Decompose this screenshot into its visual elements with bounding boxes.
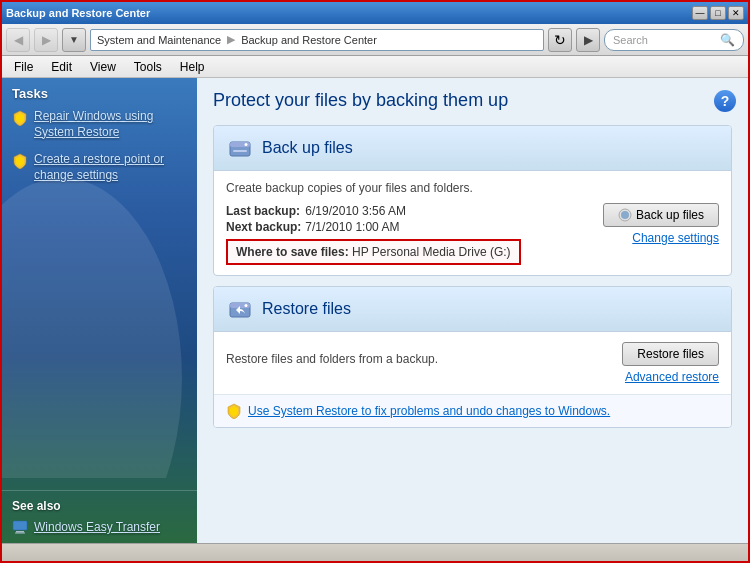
back-button[interactable]: ◀ bbox=[6, 28, 30, 52]
backup-section-body: Create backup copies of your files and f… bbox=[214, 171, 731, 275]
backup-description: Create backup copies of your files and f… bbox=[226, 181, 719, 195]
go-button[interactable]: ▶ bbox=[576, 28, 600, 52]
svg-point-11 bbox=[245, 304, 248, 307]
restore-button[interactable]: Restore files bbox=[622, 342, 719, 366]
menu-bar: File Edit View Tools Help bbox=[2, 56, 748, 78]
restore-description: Restore files and folders from a backup. bbox=[226, 352, 438, 366]
search-icon: 🔍 bbox=[720, 33, 735, 47]
backup-actions-row: Last backup: 6/19/2010 3:56 AM Next back… bbox=[226, 203, 719, 265]
where-value: HP Personal Media Drive (G:) bbox=[352, 245, 511, 259]
see-also-link-text: Windows Easy Transfer bbox=[34, 520, 160, 534]
shield-icon-1 bbox=[12, 110, 28, 126]
info-button[interactable]: ? bbox=[714, 90, 736, 112]
where-to-save-box: Where to save files: HP Personal Media D… bbox=[226, 239, 521, 265]
main-layout: Tasks Repair Windows using System Restor… bbox=[2, 78, 748, 543]
sidebar-tasks-title: Tasks bbox=[12, 86, 187, 101]
backup-section-title: Back up files bbox=[262, 139, 353, 157]
backup-btn-icon bbox=[618, 208, 632, 222]
breadcrumb-separator: ▶ bbox=[227, 33, 235, 46]
last-backup-value: 6/19/2010 3:56 AM bbox=[305, 203, 410, 219]
sidebar: Tasks Repair Windows using System Restor… bbox=[2, 78, 197, 543]
svg-rect-1 bbox=[16, 531, 24, 533]
page-title: Protect your files by backing them up bbox=[213, 90, 732, 111]
restore-section-header: Restore files bbox=[214, 287, 731, 332]
backup-info: Last backup: 6/19/2010 3:56 AM Next back… bbox=[226, 203, 521, 265]
forward-button[interactable]: ▶ bbox=[34, 28, 58, 52]
sidebar-item-repair-windows[interactable]: Repair Windows using System Restore bbox=[12, 107, 187, 142]
shield-icon-2 bbox=[12, 153, 28, 169]
content-area: Protect your files by backing them up ? … bbox=[197, 78, 748, 543]
backup-action-buttons: Back up files Change settings bbox=[603, 203, 719, 245]
breadcrumb-1: System and Maintenance bbox=[97, 34, 221, 46]
svg-rect-2 bbox=[15, 533, 25, 534]
address-field[interactable]: System and Maintenance ▶ Backup and Rest… bbox=[90, 29, 544, 51]
svg-point-5 bbox=[245, 143, 248, 146]
backup-section-header: Back up files bbox=[214, 126, 731, 171]
close-button[interactable]: ✕ bbox=[728, 6, 744, 20]
system-restore-link[interactable]: Use System Restore to fix problems and u… bbox=[214, 394, 731, 427]
restore-desc-row: Restore files and folders from a backup.… bbox=[226, 342, 719, 384]
restore-section-title: Restore files bbox=[262, 300, 351, 318]
shield-icon-system-restore bbox=[226, 403, 242, 419]
backup-section: Back up files Create backup copies of yo… bbox=[213, 125, 732, 276]
svg-point-8 bbox=[621, 211, 629, 219]
computer-icon bbox=[12, 519, 28, 535]
maximize-button[interactable]: □ bbox=[710, 6, 726, 20]
svg-rect-6 bbox=[233, 150, 247, 152]
restore-icon bbox=[226, 295, 254, 323]
sidebar-tasks: Tasks Repair Windows using System Restor… bbox=[2, 78, 197, 199]
menu-edit[interactable]: Edit bbox=[43, 58, 80, 76]
see-also-title: See also bbox=[12, 499, 187, 513]
address-bar: ◀ ▶ ▼ System and Maintenance ▶ Backup an… bbox=[2, 24, 748, 56]
restore-section: Restore files Restore files and folders … bbox=[213, 286, 732, 428]
search-box[interactable]: Search 🔍 bbox=[604, 29, 744, 51]
next-backup-value: 7/1/2010 1:00 AM bbox=[305, 219, 410, 235]
backup-button[interactable]: Back up files bbox=[603, 203, 719, 227]
sidebar-see-also: See also Windows Easy Transfer bbox=[2, 490, 197, 543]
sidebar-item-windows-easy-transfer[interactable]: Windows Easy Transfer bbox=[12, 519, 187, 535]
search-placeholder: Search bbox=[613, 34, 648, 46]
backup-icon bbox=[226, 134, 254, 162]
menu-file[interactable]: File bbox=[6, 58, 41, 76]
sidebar-link-create-restore: Create a restore point or change setting… bbox=[34, 152, 187, 183]
title-bar: Backup and Restore Center — □ ✕ bbox=[2, 2, 748, 24]
dropdown-button[interactable]: ▼ bbox=[62, 28, 86, 52]
last-backup-label: Last backup: bbox=[226, 203, 305, 219]
title-bar-buttons: — □ ✕ bbox=[692, 6, 744, 20]
sidebar-item-create-restore[interactable]: Create a restore point or change setting… bbox=[12, 150, 187, 185]
change-settings-link[interactable]: Change settings bbox=[632, 231, 719, 245]
svg-rect-0 bbox=[13, 521, 27, 530]
sidebar-link-repair: Repair Windows using System Restore bbox=[34, 109, 187, 140]
where-label: Where to save files: bbox=[236, 245, 349, 259]
window-title: Backup and Restore Center bbox=[6, 7, 150, 19]
next-backup-label: Next backup: bbox=[226, 219, 305, 235]
status-bar bbox=[2, 543, 748, 563]
restore-section-body: Restore files and folders from a backup.… bbox=[214, 332, 731, 394]
minimize-button[interactable]: — bbox=[692, 6, 708, 20]
menu-view[interactable]: View bbox=[82, 58, 124, 76]
restore-action-buttons: Restore files Advanced restore bbox=[622, 342, 719, 384]
breadcrumb-2: Backup and Restore Center bbox=[241, 34, 377, 46]
menu-help[interactable]: Help bbox=[172, 58, 213, 76]
system-restore-text: Use System Restore to fix problems and u… bbox=[248, 404, 610, 418]
menu-tools[interactable]: Tools bbox=[126, 58, 170, 76]
advanced-restore-link[interactable]: Advanced restore bbox=[625, 370, 719, 384]
refresh-button[interactable]: ↻ bbox=[548, 28, 572, 52]
